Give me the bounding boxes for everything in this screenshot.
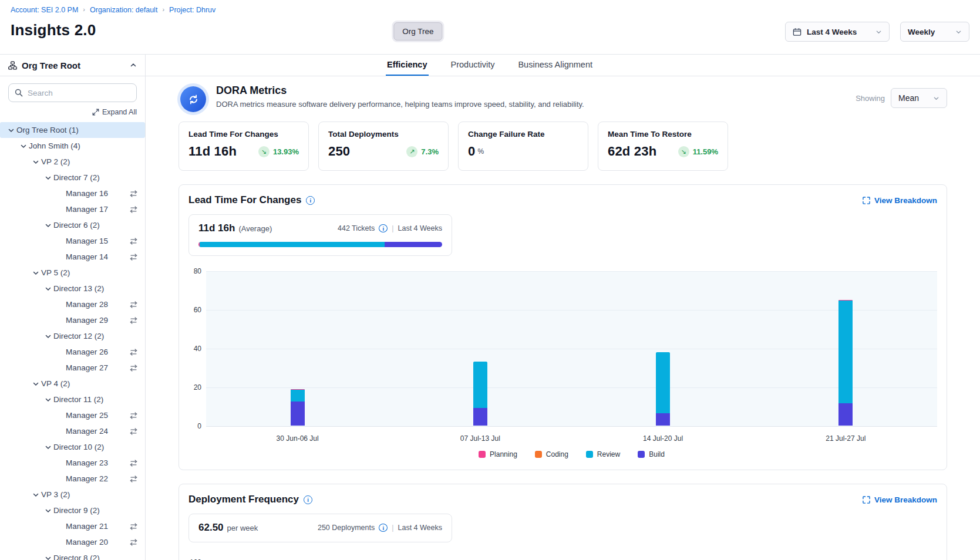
info-icon[interactable]: i — [379, 524, 388, 532]
breadcrumb-separator: › — [162, 6, 164, 13]
chevron-down-icon[interactable] — [43, 222, 53, 229]
chevron-down-icon[interactable] — [43, 444, 53, 451]
filter-settings-icon[interactable] — [129, 411, 138, 420]
filter-settings-icon[interactable] — [129, 237, 138, 245]
chevron-down-icon[interactable] — [6, 127, 16, 134]
metric-unit: % — [477, 147, 484, 156]
tree-item-director-7-2[interactable]: Director 7 (2) — [0, 170, 145, 185]
chevron-down-icon[interactable] — [43, 396, 53, 403]
expand-icon — [92, 109, 99, 116]
bar-segment-build — [838, 403, 853, 426]
filter-settings-icon[interactable] — [129, 253, 138, 261]
legend-item-review[interactable]: Review — [586, 450, 620, 458]
filter-settings-icon[interactable] — [129, 475, 138, 483]
info-icon[interactable]: i — [304, 495, 312, 504]
tab-business-alignment[interactable]: Business Alignment — [517, 55, 594, 76]
deployment-rate-value: 62.50 — [198, 522, 224, 534]
chevron-down-icon[interactable] — [31, 380, 41, 387]
tree-item-manager-21[interactable]: Manager 21 — [0, 518, 145, 534]
tree-item-manager-23[interactable]: Manager 23 — [0, 455, 145, 471]
expand-all-button[interactable]: Expand All — [92, 108, 137, 116]
legend-swatch — [638, 451, 645, 458]
tab-productivity[interactable]: Productivity — [450, 55, 496, 76]
date-range-value: Last 4 Weeks — [807, 28, 857, 36]
chevron-down-icon[interactable] — [31, 158, 41, 166]
tree-item-director-9-2[interactable]: Director 9 (2) — [0, 502, 145, 518]
tree-item-label: VP 5 (2) — [41, 268, 70, 277]
tree-item-john-smith-4[interactable]: John Smith (4) — [0, 138, 145, 154]
tree-item-label: Director 12 (2) — [53, 332, 104, 340]
chevron-down-icon[interactable] — [43, 555, 53, 560]
info-icon[interactable]: i — [306, 196, 315, 205]
legend-item-build[interactable]: Build — [638, 450, 665, 458]
bar-segment-build — [291, 402, 305, 426]
bar-07-jul-13-jul[interactable] — [473, 362, 487, 426]
dora-metrics-icon — [180, 86, 206, 112]
tree-item-manager-28[interactable]: Manager 28 — [0, 296, 145, 312]
chevron-down-icon[interactable] — [31, 269, 41, 276]
date-range-dropdown[interactable]: Last 4 Weeks — [785, 22, 890, 42]
breadcrumb-link[interactable]: Project: Dhruv — [169, 6, 215, 14]
legend-item-planning[interactable]: Planning — [479, 450, 517, 458]
tree-item-vp-2-2[interactable]: VP 2 (2) — [0, 154, 145, 170]
lead-time-view-breakdown-link[interactable]: View Breakdown — [863, 196, 937, 205]
filter-settings-icon[interactable] — [129, 538, 138, 546]
tree-item-manager-22[interactable]: Manager 22 — [0, 471, 145, 487]
filter-settings-icon[interactable] — [129, 301, 138, 309]
filter-settings-icon[interactable] — [129, 316, 138, 325]
tree-item-director-10-2[interactable]: Director 10 (2) — [0, 439, 145, 455]
chevron-down-icon[interactable] — [18, 143, 29, 150]
bar-21-jul-27-jul[interactable] — [838, 300, 853, 426]
filter-settings-icon[interactable] — [129, 427, 138, 436]
showing-dropdown[interactable]: Mean — [891, 88, 947, 108]
tree-item-manager-20[interactable]: Manager 20 — [0, 534, 145, 550]
breadcrumb-link[interactable]: Account: SEI 2.0 PM — [11, 6, 78, 14]
filter-settings-icon[interactable] — [129, 459, 138, 467]
tree-item-org-tree-root-1[interactable]: Org Tree Root (1) — [0, 122, 145, 138]
tree-item-manager-29[interactable]: Manager 29 — [0, 312, 145, 328]
tree-item-label: Director 11 (2) — [53, 395, 103, 404]
chevron-up-icon[interactable] — [130, 62, 137, 69]
chevron-down-icon[interactable] — [43, 174, 53, 181]
org-tree-button[interactable]: Org Tree — [393, 22, 442, 41]
filter-settings-icon[interactable] — [129, 522, 138, 531]
tree-item-label: Manager 20 — [66, 538, 108, 546]
granularity-dropdown[interactable]: Weekly — [900, 22, 969, 42]
bar-14-jul-20-jul[interactable] — [656, 352, 670, 426]
chevron-down-icon[interactable] — [43, 507, 53, 514]
tree-item-director-11-2[interactable]: Director 11 (2) — [0, 392, 145, 407]
info-icon[interactable]: i — [379, 224, 388, 232]
search-input[interactable] — [28, 89, 130, 97]
chevron-down-icon[interactable] — [43, 333, 53, 340]
bar-30-jun-06-jul[interactable] — [291, 389, 305, 426]
tree-item-label: Manager 25 — [66, 411, 108, 420]
tree-item-manager-27[interactable]: Manager 27 — [0, 360, 145, 376]
filter-settings-icon[interactable] — [129, 205, 138, 214]
tree-item-manager-17[interactable]: Manager 17 — [0, 201, 145, 217]
metric-value: 250 — [328, 144, 350, 159]
tree-item-manager-26[interactable]: Manager 26 — [0, 344, 145, 360]
tree-item-vp-4-2[interactable]: VP 4 (2) — [0, 376, 145, 392]
tree-item-director-6-2[interactable]: Director 6 (2) — [0, 217, 145, 233]
tree-item-manager-15[interactable]: Manager 15 — [0, 233, 145, 249]
tree-item-vp-3-2[interactable]: VP 3 (2) — [0, 487, 145, 502]
tree-item-director-12-2[interactable]: Director 12 (2) — [0, 328, 145, 344]
tab-efficiency[interactable]: Efficiency — [386, 55, 429, 76]
chevron-down-icon[interactable] — [43, 285, 53, 292]
filter-settings-icon[interactable] — [129, 348, 138, 356]
breadcrumb-link[interactable]: Organization: default — [90, 6, 157, 14]
filter-settings-icon[interactable] — [129, 364, 138, 372]
tree-item-manager-25[interactable]: Manager 25 — [0, 407, 145, 423]
tree-item-manager-24[interactable]: Manager 24 — [0, 423, 145, 439]
chevron-down-icon[interactable] — [31, 491, 41, 498]
deployment-view-breakdown-link[interactable]: View Breakdown — [863, 495, 937, 504]
tree-item-manager-14[interactable]: Manager 14 — [0, 249, 145, 265]
legend-item-coding[interactable]: Coding — [535, 450, 568, 458]
tree-item-manager-16[interactable]: Manager 16 — [0, 185, 145, 201]
search-box[interactable] — [8, 83, 137, 102]
tree-item-director-8-2[interactable]: Director 8 (2) — [0, 550, 145, 560]
tree-item-vp-5-2[interactable]: VP 5 (2) — [0, 265, 145, 281]
breadcrumb: Account: SEI 2.0 PM›Organization: defaul… — [11, 6, 215, 14]
filter-settings-icon[interactable] — [129, 190, 138, 198]
tree-item-director-13-2[interactable]: Director 13 (2) — [0, 281, 145, 296]
